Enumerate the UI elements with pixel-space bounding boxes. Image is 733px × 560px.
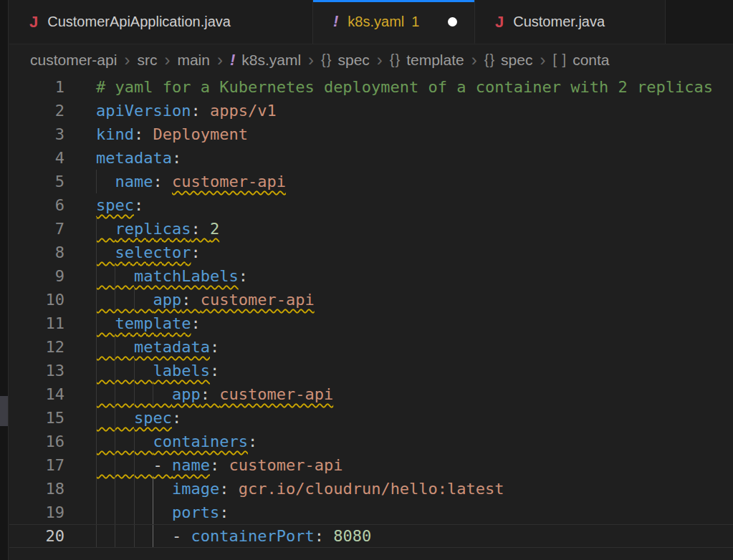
code-line[interactable]: 4metadata: [9, 146, 733, 170]
breadcrumb-item-spec[interactable]: {}spec [484, 52, 533, 69]
code-token: gcr.io/cloudrun/hello:latest [239, 480, 504, 498]
code-token: ports [172, 503, 219, 521]
code-line[interactable]: 15 spec: [9, 406, 733, 430]
breadcrumb-item-src[interactable]: src [137, 52, 157, 69]
tab-customer-java[interactable]: JCustomer.java [475, 0, 666, 44]
tab-customerapiapplication-java[interactable]: JCustomerApiApplication.java [9, 0, 313, 44]
code-token: metadata [96, 149, 172, 167]
code-line-text: spec: [64, 193, 143, 217]
code-token [96, 433, 153, 450]
tab-label: CustomerApiApplication.java [47, 14, 231, 30]
line-number: 12 [9, 335, 64, 359]
chevron-separator-icon: › [217, 52, 223, 69]
code-token: labels [153, 362, 209, 380]
java-file-icon: J [29, 14, 38, 30]
code-token: customer-api [219, 385, 333, 403]
code-token [96, 362, 153, 380]
code-token: : [191, 102, 210, 120]
breadcrumb-item-conta[interactable]: [ ]conta [552, 52, 609, 69]
breadcrumb-item-main[interactable]: main [177, 52, 210, 69]
line-number: 10 [9, 288, 64, 312]
line-number: 19 [9, 501, 64, 524]
code-token: containers [153, 433, 247, 450]
chevron-separator-icon: › [164, 52, 170, 69]
line-number: 9 [9, 264, 64, 288]
code-token: spec [134, 409, 172, 427]
left-panel-edge [0, 0, 9, 560]
code-line[interactable]: 11 template: [9, 312, 733, 335]
code-token: customer-api [201, 291, 315, 309]
code-line[interactable]: 16 containers: [9, 430, 733, 453]
code-line[interactable]: 8 selector: [9, 241, 733, 264]
code-token: 8080 [333, 527, 371, 545]
code-line[interactable]: 1# yaml for a Kubernetes deployment of a… [9, 75, 733, 99]
code-token: apiVersion [96, 102, 191, 120]
indent-guide [134, 288, 135, 312]
indent-guide [134, 453, 135, 477]
left-scrollbar-thumb[interactable] [0, 396, 8, 426]
code-line[interactable]: 19 ports: [9, 501, 733, 524]
code-line[interactable]: 14 app: customer-api [9, 382, 733, 406]
code-line[interactable]: 18 image: gcr.io/cloudrun/hello:latest [9, 477, 733, 501]
code-token: : [315, 527, 334, 545]
code-token: : [191, 314, 200, 332]
code-token: app [172, 385, 201, 403]
code-token [96, 243, 115, 261]
modified-indicator-dot[interactable] [448, 17, 457, 26]
code-editor: 1# yaml for a Kubernetes deployment of a… [9, 75, 733, 560]
breadcrumb-item-spec[interactable]: {}spec [321, 52, 370, 69]
tab-bar: JCustomerApiApplication.java!k8s.yaml1JC… [9, 0, 733, 44]
code-line[interactable]: 20 - containerPort: 8080 [9, 524, 733, 548]
code-line[interactable]: 17 - name: customer-api [9, 453, 733, 477]
indent-guide [96, 241, 97, 264]
code-line-text: containers: [64, 430, 257, 453]
code-line[interactable]: 5 name: customer-api [9, 170, 733, 193]
code-token: - [153, 456, 172, 474]
code-token: : [210, 338, 219, 356]
indent-guide [96, 430, 97, 453]
code-token: : [191, 220, 210, 238]
code-line[interactable]: 10 app: customer-api [9, 288, 733, 312]
code-token: : [134, 125, 153, 143]
code-line[interactable]: 12 metadata: [9, 335, 733, 359]
code-token: customer-api [172, 173, 286, 190]
indent-guide [115, 453, 115, 477]
yaml-file-icon: ! [230, 51, 235, 69]
breadcrumb-label: src [137, 52, 157, 69]
indent-guide [115, 525, 115, 547]
code-token: metadata [134, 338, 210, 356]
breadcrumb-item-k8s-yaml[interactable]: !k8s.yaml [230, 51, 301, 69]
code-line[interactable]: 3kind: Deployment [9, 122, 733, 146]
problem-count-badge: 1 [411, 14, 419, 30]
java-file-icon: J [495, 14, 504, 30]
code-line[interactable]: 9 matchLabels: [9, 264, 733, 288]
indent-guide [96, 382, 97, 406]
code-token [96, 220, 115, 238]
chevron-separator-icon: › [377, 52, 383, 69]
code-token: spec [96, 196, 134, 214]
line-number: 2 [9, 99, 64, 122]
code-line[interactable]: 13 labels: [9, 359, 733, 382]
breadcrumb-label: k8s.yaml [241, 52, 301, 69]
line-number: 3 [9, 122, 64, 146]
code-token: : [210, 456, 229, 474]
code-line[interactable]: 2apiVersion: apps/v1 [9, 99, 733, 122]
tab-k8s-yaml[interactable]: !k8s.yaml1 [313, 0, 475, 44]
line-number: 20 [9, 525, 64, 547]
indent-guide [115, 264, 115, 288]
code-token: replicas [115, 220, 191, 238]
code-token: : [201, 385, 220, 403]
breadcrumb-item-customer-api[interactable]: customer-api [30, 52, 117, 69]
indent-guide [153, 477, 153, 501]
indent-guide [115, 335, 115, 359]
code-line-text: matchLabels: [64, 264, 248, 288]
indent-guide [115, 359, 115, 382]
code-line[interactable]: 6spec: [9, 193, 733, 217]
indent-guide [134, 477, 135, 501]
code-token: : [248, 433, 257, 450]
code-token: : [210, 362, 219, 380]
code-token: app [153, 291, 181, 309]
breadcrumb-item-template[interactable]: {}template [390, 52, 464, 69]
code-line[interactable]: 7 replicas: 2 [9, 217, 733, 241]
chevron-separator-icon: › [540, 52, 545, 69]
